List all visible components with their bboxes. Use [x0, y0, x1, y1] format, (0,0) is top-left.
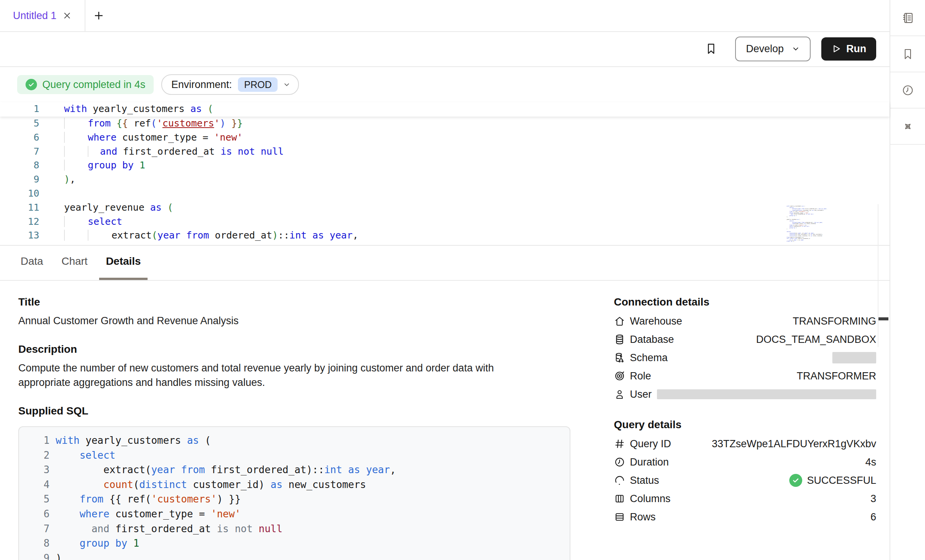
supplied-sql-code-block: 1with yearly_customers as (2 select3 ext…	[18, 426, 570, 560]
line-number: 10	[0, 187, 39, 201]
row-value: TRANSFORMER	[797, 370, 877, 382]
row-label: Warehouse	[630, 315, 682, 327]
compass-star-icon	[901, 120, 915, 133]
line-number: 12	[0, 215, 39, 229]
environment-label: Environment:	[171, 79, 232, 91]
play-icon	[831, 44, 841, 54]
run-button[interactable]: Run	[821, 37, 876, 61]
notebook-icon	[901, 11, 915, 25]
tab-title: Untitled 1	[13, 10, 56, 22]
line-number: 13	[0, 229, 39, 243]
result-tab-bar: Data Chart Details	[0, 245, 890, 281]
row-label: User	[630, 389, 652, 400]
code-line: 8 group by 1	[27, 536, 570, 551]
bookmark-icon	[901, 48, 914, 61]
new-tab-button[interactable]	[85, 0, 112, 31]
title-heading: Title	[18, 296, 571, 308]
status-value: SUCCESSFUL	[789, 474, 876, 487]
editor-lines: 5 from {{ ref('customers') }}6 where cus…	[0, 117, 890, 243]
row-value: 33TZseWpe1ALFDUYerxR1gVKxbv	[712, 438, 876, 450]
description-value: Compute the number of new customers and …	[18, 361, 529, 390]
right-icon-rail	[890, 0, 925, 560]
line-number: 5	[27, 492, 50, 507]
code-line: 2 select	[27, 448, 570, 463]
editor-minimap[interactable]: with yearly_customers as ( select extrac…	[787, 206, 829, 245]
clock-icon	[614, 456, 625, 468]
notebook-button[interactable]	[890, 0, 925, 36]
develop-dropdown[interactable]: Develop	[735, 37, 810, 61]
sticky-scroll-line[interactable]: 1with yearly_customers as (	[0, 102, 890, 117]
row-label: Role	[630, 370, 651, 382]
line-number: 6	[27, 507, 50, 522]
tab-data[interactable]: Data	[14, 245, 50, 280]
close-icon[interactable]	[63, 11, 72, 20]
tab-details[interactable]: Details	[99, 245, 148, 280]
editor-scrollbar-thumb[interactable]	[878, 317, 888, 320]
environment-dropdown[interactable]: Environment: PROD	[161, 74, 299, 95]
redacted-value	[657, 389, 876, 399]
explore-button[interactable]	[890, 109, 925, 145]
line-number: 11	[0, 201, 39, 215]
chevron-down-icon	[283, 81, 291, 88]
code-line: 6 where customer_type = 'new'	[0, 131, 890, 145]
code-line: 4 count(distinct customer_id) as new_cus…	[27, 477, 570, 492]
line-number: 2	[27, 448, 50, 463]
line-number: 7	[27, 522, 50, 536]
code-line: 1with yearly_customers as (	[27, 433, 570, 448]
title-value: Annual Customer Growth and Revenue Analy…	[18, 314, 529, 328]
environment-value-chip: PROD	[238, 77, 278, 92]
redacted-value	[832, 352, 876, 363]
connection-details-heading: Connection details	[614, 296, 876, 308]
sql-editor[interactable]: 1with yearly_customers as ( 5 from {{ re…	[0, 102, 890, 246]
history-button[interactable]	[890, 72, 925, 109]
row-value: 3	[870, 493, 876, 505]
code-line: 9),	[0, 173, 890, 187]
tab-chart[interactable]: Chart	[55, 245, 94, 280]
code-line: 5 from {{ ref('customers') }}	[27, 492, 570, 507]
warehouse-icon	[614, 315, 625, 327]
bookmark-icon[interactable]	[705, 42, 718, 55]
row-value-redacted	[832, 352, 876, 363]
query-status-text: Query completed in 4s	[42, 79, 145, 91]
row-value: TRANSFORMING	[793, 315, 876, 327]
row-label: Duration	[630, 456, 669, 468]
role-icon	[614, 370, 625, 382]
spinner-icon	[614, 475, 625, 486]
query-row-duration: Duration 4s	[614, 453, 876, 471]
line-number: 8	[0, 158, 39, 173]
connection-row-schema: Schema	[614, 349, 876, 367]
connection-row-warehouse: Warehouse TRANSFORMING	[614, 312, 876, 330]
code-line: 8 group by 1	[0, 158, 890, 173]
query-row-rows: Rows 6	[614, 508, 876, 526]
line-number: 9	[0, 173, 39, 187]
line-number: 6	[0, 131, 39, 145]
bookmarks-button[interactable]	[890, 36, 925, 72]
connection-row-database: Database DOCS_TEAM_SANDBOX	[614, 330, 876, 349]
code-line: 5 from {{ ref('customers') }}	[0, 117, 890, 131]
schema-icon	[614, 352, 625, 363]
row-value: DOCS_TEAM_SANDBOX	[756, 334, 876, 346]
supplied-sql-heading: Supplied SQL	[18, 405, 571, 417]
connection-row-role: Role TRANSFORMER	[614, 367, 876, 385]
row-label: Columns	[630, 493, 671, 505]
row-label: Database	[630, 334, 674, 346]
query-details-heading: Query details	[614, 419, 876, 431]
status-text: SUCCESSFUL	[807, 475, 876, 486]
document-tab-bar: Untitled 1	[0, 0, 890, 32]
toolbar: Develop Run	[0, 31, 890, 67]
rows-icon	[614, 511, 625, 523]
chevron-down-icon	[792, 45, 800, 53]
run-label: Run	[846, 43, 866, 55]
database-icon	[614, 334, 625, 345]
description-heading: Description	[18, 343, 571, 355]
columns-icon	[614, 493, 625, 504]
line-number: 5	[0, 117, 39, 131]
line-number: 9	[27, 551, 50, 560]
code-line: 13 extract(year from ordered_at)::int as…	[0, 229, 890, 243]
tab-untitled-1[interactable]: Untitled 1	[0, 0, 85, 31]
main-area: Untitled 1 Develop Run	[0, 0, 890, 560]
row-label: Rows	[630, 511, 656, 523]
row-value: 4s	[865, 456, 876, 468]
row-label: Status	[630, 475, 659, 486]
query-row-columns: Columns 3	[614, 490, 876, 508]
